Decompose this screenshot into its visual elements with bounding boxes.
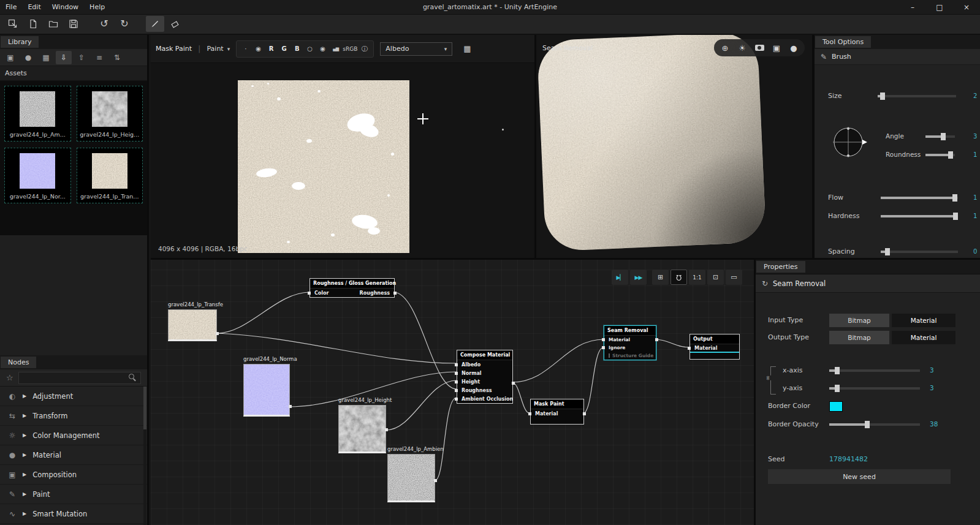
chevron-right-icon[interactable]: ▶ <box>23 472 26 477</box>
output-port[interactable] <box>289 405 292 408</box>
chevron-right-icon[interactable]: ▶ <box>23 413 26 418</box>
output-type-material-button[interactable]: Material <box>892 331 955 344</box>
node-compose-material[interactable]: Compose Material Albedo Normal Height Ro… <box>457 350 513 404</box>
input-port[interactable] <box>308 292 311 295</box>
node-gravel-transfer[interactable]: gravel244_lp_Transfe <box>168 309 217 341</box>
asset-tile-height[interactable]: gravel244_lp_Heig... <box>77 86 143 142</box>
channel-g-button[interactable]: G <box>278 43 290 55</box>
x-axis-slider[interactable] <box>829 369 920 372</box>
brush-tool-button[interactable] <box>146 16 164 32</box>
slider-knob[interactable] <box>880 93 885 100</box>
scrollbar-thumb[interactable] <box>143 387 146 429</box>
histogram-icon[interactable]: ▄▆ <box>330 43 341 55</box>
view-cube-button[interactable]: ▣ <box>2 51 18 64</box>
slider-knob[interactable] <box>953 213 958 220</box>
sort-ascending-button[interactable]: ⇩ <box>56 51 72 64</box>
category-paint[interactable]: ✎ ▶ Paint <box>0 485 147 504</box>
srgb-label[interactable]: sRGB <box>343 46 357 52</box>
slider-knob[interactable] <box>835 385 840 392</box>
grid-snap-button[interactable]: ⊞ <box>652 270 669 285</box>
channel-select-dropdown[interactable]: Albedo ▾ <box>380 42 452 56</box>
roundness-slider[interactable] <box>925 154 955 156</box>
channel-r-button[interactable]: R <box>265 43 277 55</box>
tab-tool-options[interactable]: Tool Options <box>815 36 871 48</box>
category-color-management[interactable]: ☼ ▶ Color Management <box>0 426 147 445</box>
input-port[interactable] <box>602 338 605 341</box>
minimize-button[interactable]: – <box>899 0 926 14</box>
category-composition[interactable]: ▣ ▶ Composition <box>0 465 147 485</box>
alpha-off-icon[interactable]: ○ <box>304 43 316 55</box>
menu-window[interactable]: Window <box>47 0 84 14</box>
open-folder-button[interactable] <box>44 16 63 32</box>
hardness-slider[interactable] <box>881 215 958 217</box>
node-seam-removal[interactable]: Seam Removal Material Ignore Structure G… <box>604 325 656 360</box>
asset-tile-ambient[interactable]: gravel244_lp_Am... <box>4 86 71 142</box>
material-preview-mesh[interactable] <box>537 35 767 252</box>
magnet-snap-button[interactable]: Ω <box>670 270 687 285</box>
input-type-material-button[interactable]: Material <box>892 314 955 327</box>
output-port[interactable] <box>583 412 586 415</box>
view-checker-button[interactable]: ▦ <box>38 51 54 64</box>
menu-help[interactable]: Help <box>84 0 110 14</box>
step-to-node-button[interactable]: ▶▏ <box>612 270 628 285</box>
sort-descending-button[interactable]: ⇧ <box>74 51 89 64</box>
channel-b-button[interactable]: B <box>291 43 303 55</box>
spacing-slider[interactable] <box>881 251 958 253</box>
menu-edit[interactable]: Edit <box>22 0 46 14</box>
fit-view-button[interactable]: ⊡ <box>707 270 724 285</box>
zoom-1-1-button[interactable]: 1:1 <box>689 270 705 285</box>
new-file-button[interactable] <box>24 16 42 32</box>
node-output[interactable]: Output Material <box>689 334 740 360</box>
node-gravel-height[interactable]: gravel244_lp_Height <box>338 405 386 453</box>
input-port[interactable] <box>528 412 531 415</box>
lighting-button[interactable]: ☀ <box>734 40 750 55</box>
info-icon[interactable]: ⓘ <box>359 43 370 55</box>
output-type-bitmap-button[interactable]: Bitmap <box>829 331 889 344</box>
favorites-star-icon[interactable]: ☆ <box>6 373 13 382</box>
input-port[interactable] <box>455 389 458 392</box>
viewport-2d[interactable]: Mask Paint | Paint ▾ · ◉ R G B ○ ◉ ▄▆ sR… <box>151 35 534 258</box>
redo-button[interactable]: ↻ <box>115 16 134 32</box>
channels-icon[interactable]: ◉ <box>253 43 264 55</box>
sort-list-button[interactable]: ≡ <box>91 51 107 64</box>
flow-slider[interactable] <box>881 197 958 199</box>
category-smart-mutation[interactable]: ∿ ▶ Smart Mutation <box>0 504 147 524</box>
node-graph-canvas[interactable]: ▶▏ ▶▶ ⊞ Ω 1:1 ⊡ ▭ <box>151 258 754 525</box>
output-port[interactable] <box>434 479 437 482</box>
environment-button[interactable]: ⊕ <box>717 40 733 55</box>
node-mask-paint[interactable]: Mask Paint Material <box>530 399 584 425</box>
sort-order-button[interactable]: ⇅ <box>109 51 125 64</box>
input-type-bitmap-button[interactable]: Bitmap <box>829 314 889 327</box>
slider-knob[interactable] <box>948 151 953 159</box>
node-gravel-ambient[interactable]: gravel244_lp_Ambien <box>387 454 435 502</box>
y-axis-slider[interactable] <box>829 387 920 390</box>
chevron-right-icon[interactable]: ▶ <box>23 393 26 399</box>
maximize-button[interactable]: □ <box>926 0 953 14</box>
paint-mode-dropdown[interactable]: Paint ▾ <box>207 45 230 53</box>
tab-properties[interactable]: Properties <box>756 261 805 273</box>
category-transform[interactable]: ⇆ ▶ Transform <box>0 406 147 426</box>
output-port[interactable] <box>216 332 219 335</box>
alpha-on-icon[interactable]: ◉ <box>317 43 329 55</box>
output-port[interactable] <box>655 338 658 341</box>
slider-knob[interactable] <box>952 194 957 202</box>
tiling-grid-icon[interactable]: ▦ <box>463 44 471 53</box>
input-port[interactable] <box>455 398 458 401</box>
menu-file[interactable]: File <box>0 0 22 14</box>
input-port[interactable] <box>455 363 458 366</box>
texture-canvas[interactable] <box>238 80 409 253</box>
border-opacity-slider[interactable] <box>829 423 920 426</box>
node-search-input[interactable] <box>18 372 141 384</box>
tab-nodes[interactable]: Nodes <box>1 357 36 368</box>
slider-knob[interactable] <box>941 133 946 140</box>
asset-tile-normal[interactable]: gravel244_lp_Nor... <box>4 148 71 203</box>
fullscreen-graph-button[interactable]: ▭ <box>726 270 742 285</box>
chevron-right-icon[interactable]: ▶ <box>23 491 26 497</box>
size-slider[interactable] <box>878 95 956 97</box>
eraser-tool-button[interactable] <box>166 16 184 32</box>
viewport-3d[interactable]: Seam Removal ⊕ ☀ ▣ ● <box>536 35 812 258</box>
slider-knob[interactable] <box>835 367 840 374</box>
structure-guide-checkbox[interactable] <box>609 353 610 358</box>
mesh-shape-button[interactable]: ▣ <box>769 40 784 55</box>
view-sphere-button[interactable]: ● <box>20 51 36 64</box>
